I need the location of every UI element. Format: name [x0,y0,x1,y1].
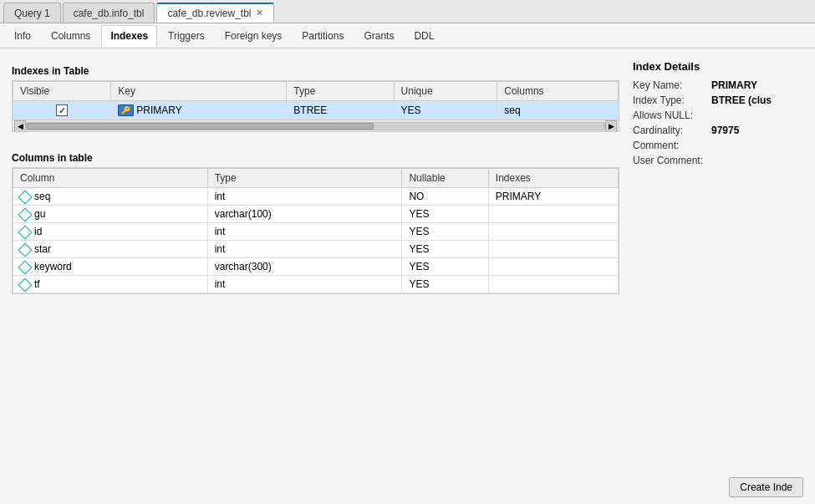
key-cell: 🔑 PRIMARY [111,101,287,120]
detail-comment-label: Comment: [633,140,708,151]
scroll-left-arrow[interactable]: ◀ [14,120,26,132]
detail-allows-null-row: Allows NULL: [633,109,803,121]
tab-info-label: Info [14,30,31,42]
visible-cell: ✓ [13,101,111,120]
table-row[interactable]: guvarchar(100)YES [13,206,619,223]
tab-review-tbl[interactable]: cafe_db.review_tbl ✕ [156,3,274,23]
table-row[interactable]: seqintNOPRIMARY [13,188,619,206]
column-type-cell: varchar(300) [207,258,402,276]
tab-query1[interactable]: Query 1 [3,3,61,23]
tab-info[interactable]: Info [5,25,40,47]
col-header-columns: Columns [497,82,619,101]
index-table: Visible Key Type Unique Columns [13,81,619,120]
tab-grants[interactable]: Grants [354,25,403,47]
detail-cardinality-value: 97975 [711,125,739,136]
table-row[interactable]: idintYES [13,223,619,241]
detail-user-comment-row: User Comment: [633,155,803,166]
key-icon-symbol: 🔑 [121,106,130,115]
column-indexes-cell [488,241,618,258]
column-name-cell: id [13,223,208,241]
detail-cardinality-row: Cardinality: 97975 [633,125,803,136]
column-nullable-cell: YES [402,223,488,241]
section-tab-bar: Info Columns Indexes Triggers Foreign ke… [0,23,815,48]
column-name-cell: tf [13,276,208,293]
column-type-cell: int [207,276,402,293]
tab-partitions-label: Partitions [302,30,344,42]
column-type-cell: int [207,241,402,258]
key-icon: 🔑 PRIMARY [118,104,181,116]
tab-info-tbl[interactable]: cafe_db.info_tbl [63,3,155,23]
column-nullable-cell: YES [402,206,488,223]
table-row[interactable]: keywordvarchar(300)YES [13,258,619,276]
columns-section-title: Columns in table [12,147,619,167]
tab-indexes-label: Indexes [110,30,148,42]
left-panel: Indexes in Table Visible Key Type Unique… [12,60,619,499]
column-name-cell: seq [13,188,208,206]
scroll-track[interactable] [26,122,605,130]
column-nullable-cell: YES [402,258,488,276]
detail-index-type-label: Index Type: [633,94,708,106]
detail-comment-row: Comment: [633,140,803,151]
detail-index-type-value: BTREE (clus [711,94,772,106]
scroll-right-arrow[interactable]: ▶ [605,120,617,132]
col-header-type: Type [207,169,402,188]
detail-key-name-label: Key Name: [633,79,708,91]
tab-ddl-label: DDL [414,30,434,42]
detail-key-name-value: PRIMARY [711,79,757,91]
horizontal-scrollbar[interactable]: ◀ ▶ [13,120,619,131]
detail-allows-null-label: Allows NULL: [633,109,708,121]
key-name-value: PRIMARY [136,104,181,116]
index-table-scroll[interactable]: Visible Key Type Unique Columns [13,81,619,120]
checkbox-checked: ✓ [56,104,68,116]
unique-cell: YES [394,101,497,120]
tab-triggers-label: Triggers [168,30,205,42]
column-indexes-cell: PRIMARY [488,188,618,206]
tab-foreign-keys[interactable]: Foreign keys [216,25,292,47]
column-type-cell: int [207,188,402,206]
columns-section: Columns in table Column Type Nullable In… [12,147,619,294]
detail-index-type-row: Index Type: BTREE (clus [633,94,803,106]
create-index-button[interactable]: Create Inde [729,477,803,497]
tab-query1-label: Query 1 [14,8,50,19]
column-type-cell: int [207,223,402,241]
tab-info-tbl-label: cafe_db.info_tbl [74,8,145,19]
scroll-thumb[interactable] [27,123,374,130]
tab-review-tbl-label: cafe_db.review_tbl [167,8,251,19]
column-nullable-cell: NO [402,188,488,206]
column-nullable-cell: YES [402,241,488,258]
tab-triggers[interactable]: Triggers [159,25,214,47]
detail-cardinality-label: Cardinality: [633,125,708,136]
close-icon[interactable]: ✕ [256,8,263,18]
col-header-unique: Unique [394,82,497,101]
main-content: Indexes in Table Visible Key Type Unique… [0,48,815,504]
col-header-key: Key [111,82,287,101]
col-header-visible: Visible [13,82,111,101]
top-tab-bar: Query 1 cafe_db.info_tbl cafe_db.review_… [0,0,815,23]
col-header-nullable: Nullable [402,169,488,188]
detail-user-comment-label: User Comment: [633,155,708,166]
col-header-type: Type [287,82,394,101]
columns-table-wrapper: Column Type Nullable Indexes seqintNOPRI… [12,167,619,294]
columns-table: Column Type Nullable Indexes seqintNOPRI… [13,168,619,293]
indexes-section-title: Indexes in Table [12,60,619,80]
detail-key-name-row: Key Name: PRIMARY [633,79,803,91]
col-header-indexes: Indexes [488,169,618,188]
tab-columns-label: Columns [51,30,90,42]
index-details-title: Index Details [633,60,803,73]
tab-indexes[interactable]: Indexes [101,25,157,47]
tab-columns[interactable]: Columns [42,25,99,47]
column-name-cell: gu [13,206,208,223]
column-indexes-cell [488,276,618,293]
table-row[interactable]: starintYES [13,241,619,258]
tab-partitions[interactable]: Partitions [293,25,353,47]
table-row[interactable]: tfintYES [13,276,619,293]
column-indexes-cell [488,258,618,276]
type-cell: BTREE [287,101,394,120]
column-name-cell: star [13,241,208,258]
bottom-bar: Create Inde [729,477,803,497]
table-row[interactable]: ✓ 🔑 PRIMARY [13,101,619,120]
col-header-column: Column [13,169,208,188]
tab-ddl[interactable]: DDL [405,25,443,47]
column-indexes-cell [488,206,618,223]
tab-grants-label: Grants [364,30,394,42]
